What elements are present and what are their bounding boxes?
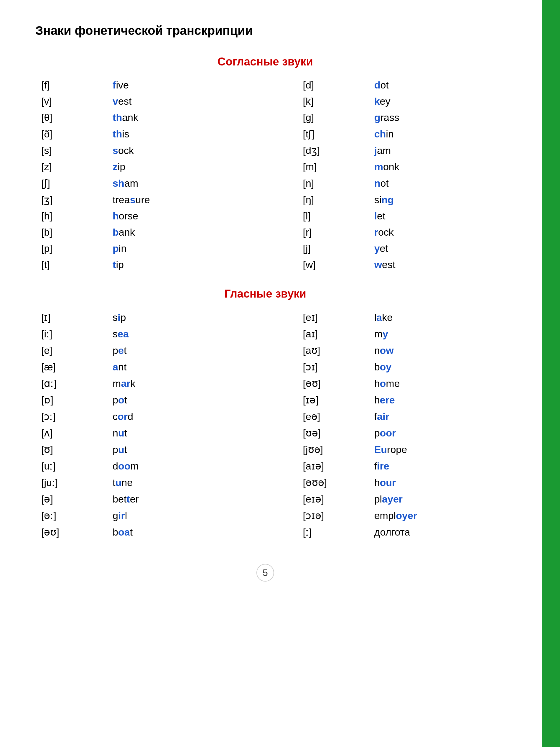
- example-word: player: [368, 491, 495, 507]
- phonetic-symbol: [k]: [297, 93, 368, 109]
- phonetic-symbol: [ː]: [297, 524, 368, 540]
- consonants-table: [f]five[d]dot[v]vest[k]key[θ]thank[g]gra…: [35, 77, 495, 273]
- example-word: lake: [368, 309, 495, 326]
- example-word: sham: [107, 175, 234, 191]
- phonetic-symbol: [ʌ]: [35, 425, 107, 441]
- example-word: sip: [107, 309, 234, 326]
- phonetic-symbol: [θ]: [35, 109, 107, 126]
- table-row: [ð]this[tʃ]chin: [35, 126, 495, 142]
- table-row: [juː]tune[əʊə]hour: [35, 474, 495, 491]
- example-word: rock: [368, 224, 495, 240]
- example-word: better: [107, 491, 234, 507]
- example-word: poor: [368, 425, 495, 441]
- phonetic-symbol: [p]: [35, 240, 107, 257]
- table-row: [ɒ]pot[ɪə]here: [35, 392, 495, 408]
- phonetic-symbol: [uː]: [35, 458, 107, 474]
- example-word: yet: [368, 240, 495, 257]
- table-row: [iː]sea[aɪ]my: [35, 326, 495, 342]
- example-word: put: [107, 441, 234, 458]
- page-number: 5: [257, 564, 274, 582]
- table-row: [z]zip[m]monk: [35, 159, 495, 175]
- phonetic-symbol: [eɪə]: [297, 491, 368, 507]
- phonetic-symbol: [ɒ]: [35, 392, 107, 408]
- phonetic-symbol: [ʒ]: [35, 191, 107, 208]
- phonetic-symbol: [æ]: [35, 359, 107, 375]
- phonetic-symbol: [iː]: [35, 326, 107, 342]
- example-word: home: [368, 375, 495, 392]
- phonetic-symbol: [dʒ]: [297, 142, 368, 159]
- table-row: [f]five[d]dot: [35, 77, 495, 93]
- example-word: not: [368, 175, 495, 191]
- phonetic-symbol: [ɔɪ]: [297, 359, 368, 375]
- example-word: this: [107, 126, 234, 142]
- phonetic-symbol: [v]: [35, 93, 107, 109]
- table-row: [əʊ]boat[ː]долгота: [35, 524, 495, 540]
- table-row: [uː]doom[aɪə]fire: [35, 458, 495, 474]
- example-word: nut: [107, 425, 234, 441]
- phonetic-symbol: [l]: [297, 208, 368, 224]
- green-sidebar: [542, 0, 560, 747]
- table-row: [ə]better[eɪə]player: [35, 491, 495, 507]
- example-word: pot: [107, 392, 234, 408]
- phonetic-symbol: [e]: [35, 342, 107, 359]
- phonetic-symbol: [ɪ]: [35, 309, 107, 326]
- phonetic-symbol: [əː]: [35, 507, 107, 524]
- table-row: [b]bank[r]rock: [35, 224, 495, 240]
- phonetic-symbol: [ð]: [35, 126, 107, 142]
- example-word: hour: [368, 474, 495, 491]
- example-word: sea: [107, 326, 234, 342]
- table-row: [æ]ant[ɔɪ]boy: [35, 359, 495, 375]
- table-row: [ʊ]put[jʊə]Europe: [35, 441, 495, 458]
- table-row: [əː]girl[ɔɪə]employer: [35, 507, 495, 524]
- phonetic-symbol: [s]: [35, 142, 107, 159]
- phonetic-symbol: [ɑː]: [35, 375, 107, 392]
- phonetic-symbol: [ʃ]: [35, 175, 107, 191]
- table-row: [s]sock[dʒ]jam: [35, 142, 495, 159]
- example-word: zip: [107, 159, 234, 175]
- example-word: key: [368, 93, 495, 109]
- table-row: [ɑː]mark[əʊ]home: [35, 375, 495, 392]
- example-word: sock: [107, 142, 234, 159]
- consonants-section-title: Согласные звуки: [35, 55, 495, 68]
- table-row: [ʒ]treasure[ŋ]sing: [35, 191, 495, 208]
- page-number-container: 5: [35, 564, 495, 582]
- phonetic-symbol: [j]: [297, 240, 368, 257]
- example-word: west: [368, 257, 495, 273]
- table-row: [t]tip[w]west: [35, 257, 495, 273]
- table-row: [ʌ]nut[ʊə]poor: [35, 425, 495, 441]
- example-word: grass: [368, 109, 495, 126]
- example-word: долгота: [368, 524, 495, 540]
- example-word: employer: [368, 507, 495, 524]
- example-word: tip: [107, 257, 234, 273]
- vowels-section-title: Гласные звуки: [35, 287, 495, 300]
- phonetic-symbol: [əʊə]: [297, 474, 368, 491]
- example-word: pet: [107, 342, 234, 359]
- example-word: thank: [107, 109, 234, 126]
- table-row: [ɔː]cord[eə]fair: [35, 408, 495, 425]
- phonetic-symbol: [m]: [297, 159, 368, 175]
- example-word: horse: [107, 208, 234, 224]
- table-row: [h]horse[l]let: [35, 208, 495, 224]
- phonetic-symbol: [d]: [297, 77, 368, 93]
- phonetic-symbol: [t]: [35, 257, 107, 273]
- example-word: Europe: [368, 441, 495, 458]
- example-word: let: [368, 208, 495, 224]
- example-word: vest: [107, 93, 234, 109]
- phonetic-symbol: [aʊ]: [297, 342, 368, 359]
- phonetic-symbol: [eɪ]: [297, 309, 368, 326]
- example-word: my: [368, 326, 495, 342]
- page-title: Знаки фонетической транскрипции: [35, 24, 495, 38]
- example-word: boat: [107, 524, 234, 540]
- table-row: [ɪ]sip[eɪ]lake: [35, 309, 495, 326]
- phonetic-symbol: [jʊə]: [297, 441, 368, 458]
- phonetic-symbol: [aɪ]: [297, 326, 368, 342]
- table-row: [θ]thank[g]grass: [35, 109, 495, 126]
- example-word: jam: [368, 142, 495, 159]
- example-word: mark: [107, 375, 234, 392]
- phonetic-symbol: [juː]: [35, 474, 107, 491]
- example-word: pin: [107, 240, 234, 257]
- phonetic-symbol: [aɪə]: [297, 458, 368, 474]
- phonetic-symbol: [b]: [35, 224, 107, 240]
- example-word: bank: [107, 224, 234, 240]
- phonetic-symbol: [n]: [297, 175, 368, 191]
